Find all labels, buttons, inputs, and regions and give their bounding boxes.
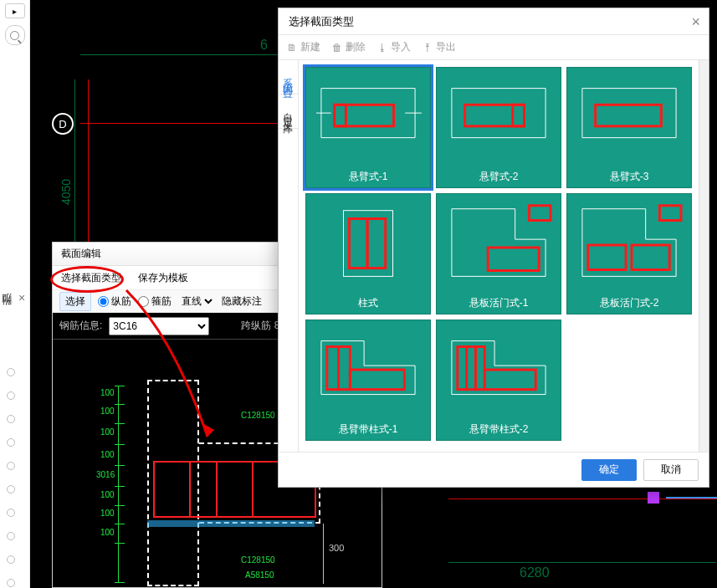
dim-tick <box>115 444 125 445</box>
rail-vert-label: 附加 <box>0 309 30 314</box>
search-button[interactable] <box>5 25 25 45</box>
dialog-toolbar: 🗎新建 🗑删除 ⭳导入 ⭱导出 <box>279 35 709 60</box>
cad-left-dim: 4050 <box>59 179 73 205</box>
export-icon: ⭱ <box>423 42 433 54</box>
cad-bottom-dim: 6280 <box>520 565 550 580</box>
tab-system-builtin[interactable]: 系统内置 <box>279 60 298 95</box>
rebar-type-stirrup[interactable]: 箍筋 <box>138 294 172 309</box>
callout: C128150 <box>241 555 275 565</box>
rail-radio[interactable] <box>7 555 15 564</box>
svg-rect-4 <box>335 105 394 126</box>
trash-icon: 🗑 <box>332 42 342 54</box>
red-rebar-box <box>153 461 191 518</box>
section-thumb[interactable]: 悬臂式-1 <box>305 67 431 188</box>
dim-tick <box>115 543 125 544</box>
svg-rect-28 <box>339 346 351 389</box>
select-mode-button[interactable]: 选择 <box>59 292 91 311</box>
dim-tick <box>115 404 125 405</box>
cad-grid-line <box>80 54 302 55</box>
dialog-close-button[interactable]: × <box>691 14 700 29</box>
svg-rect-30 <box>458 346 467 389</box>
dialog-side-tabs: 系统内置 自定义库 <box>279 60 299 452</box>
thumb-caption: 悬板活门式-2 <box>567 296 691 310</box>
rail-radio[interactable] <box>7 438 15 447</box>
tab-custom-library[interactable]: 自定义库 <box>279 95 298 129</box>
section-thumb[interactable]: 悬臂带柱式-1 <box>305 320 431 441</box>
cad-blue-segment <box>666 497 717 499</box>
save-as-template-button[interactable]: 保存为模板 <box>130 266 197 289</box>
dim-value: 300 <box>329 543 344 553</box>
section-thumb[interactable]: 悬板活门式-2 <box>566 193 692 314</box>
select-section-type-button[interactable]: 选择截面类型 <box>53 266 130 289</box>
thumb-caption: 悬臂式-1 <box>306 170 430 184</box>
svg-rect-12 <box>465 105 525 126</box>
cancel-button[interactable]: 取消 <box>643 459 699 481</box>
line-style-dropdown[interactable]: 直线 <box>178 294 215 308</box>
svg-rect-13 <box>513 105 525 126</box>
dim-value: 100 <box>100 388 115 397</box>
thumb-caption: 悬板活门式-1 <box>437 296 561 310</box>
callout: C128150 <box>241 411 275 420</box>
svg-rect-31 <box>467 346 476 389</box>
dialog-title-text: 选择截面类型 <box>289 14 354 29</box>
svg-rect-25 <box>588 245 626 270</box>
toolbar-export-button[interactable]: ⭱导出 <box>423 40 456 54</box>
dim-tick <box>115 486 125 487</box>
rail-radio[interactable] <box>7 509 15 517</box>
dim-value: 100 <box>100 509 115 518</box>
rail-radio[interactable] <box>7 485 15 493</box>
toolbar-delete-button[interactable]: 🗑删除 <box>332 40 366 54</box>
thumb-caption: 悬臂带柱式-2 <box>437 422 561 437</box>
dim-line <box>323 524 324 584</box>
svg-rect-29 <box>350 370 404 390</box>
rail-radio[interactable] <box>7 579 15 587</box>
rebar-radio[interactable] <box>138 296 149 307</box>
toolbar-import-button[interactable]: ⭳导入 <box>377 40 411 54</box>
rebar-info-dropdown[interactable]: 3C16 <box>109 317 209 335</box>
dialog-body: 系统内置 自定义库 悬臂式-1 <box>279 60 709 452</box>
dim-value: 3016 <box>96 470 115 479</box>
section-thumb[interactable]: 悬臂式-2 <box>436 67 561 188</box>
close-panel-icon[interactable]: × <box>18 291 25 304</box>
cad-handle[interactable] <box>648 492 659 504</box>
toolbar-new-button[interactable]: 🗎新建 <box>287 40 320 54</box>
rebar-radio[interactable] <box>98 296 109 307</box>
cad-grid-line <box>448 562 716 563</box>
svg-rect-18 <box>596 105 662 126</box>
dim-line <box>118 386 119 582</box>
magnifier-icon <box>10 31 19 40</box>
rail-radio[interactable] <box>7 391 15 400</box>
rail-radio[interactable] <box>7 415 15 423</box>
svg-rect-33 <box>484 370 535 390</box>
rail-radio-stack <box>7 368 15 587</box>
dialog-titlebar: 选择截面类型 × <box>279 8 709 35</box>
dim-tick <box>115 582 125 583</box>
dim-value: 100 <box>100 490 115 499</box>
section-type-dialog: 选择截面类型 × 🗎新建 🗑删除 ⭳导入 ⭱导出 系统内置 自定义库 悬臂式-1 <box>278 8 709 488</box>
section-thumb[interactable]: 悬臂式-3 <box>566 67 692 188</box>
svg-rect-20 <box>349 219 367 268</box>
svg-rect-22 <box>529 206 551 221</box>
dim-value: 100 <box>100 427 115 437</box>
svg-rect-5 <box>335 105 346 126</box>
dim-tick <box>115 386 125 386</box>
gallery-scrollbar[interactable] <box>699 60 709 452</box>
svg-rect-24 <box>659 206 681 221</box>
callout: A58150 <box>245 570 274 580</box>
svg-rect-32 <box>475 346 484 389</box>
expand-rail-button[interactable]: ▸ <box>5 3 25 18</box>
svg-rect-23 <box>488 248 539 271</box>
rebar-type-longitudinal[interactable]: 纵筋 <box>98 294 131 309</box>
thumb-caption: 悬臂式-2 <box>437 170 561 184</box>
section-thumb[interactable]: 悬臂带柱式-2 <box>436 320 561 441</box>
rail-radio[interactable] <box>7 368 15 376</box>
section-thumbnail-gallery: 悬臂式-1 悬臂式-2 悬臂式-3 <box>299 60 699 452</box>
rail-radio[interactable] <box>7 462 15 470</box>
svg-rect-26 <box>632 245 669 270</box>
section-thumb[interactable]: 悬板活门式-1 <box>436 193 561 314</box>
blue-fill <box>147 520 315 527</box>
section-thumb[interactable]: 柱式 <box>305 193 431 314</box>
hide-dim-button[interactable]: 隐藏标注 <box>222 294 262 309</box>
rail-radio[interactable] <box>7 532 15 540</box>
ok-button[interactable]: 确定 <box>581 459 637 481</box>
